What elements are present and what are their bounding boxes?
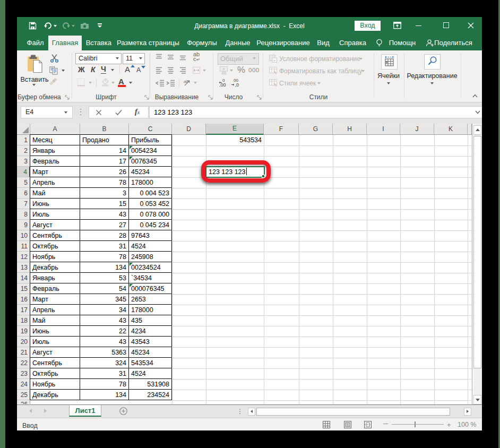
svg-text:,00: ,00 [219,82,226,87]
svg-text:ab: ab [184,79,188,84]
svg-text:,0: ,0 [235,82,239,87]
